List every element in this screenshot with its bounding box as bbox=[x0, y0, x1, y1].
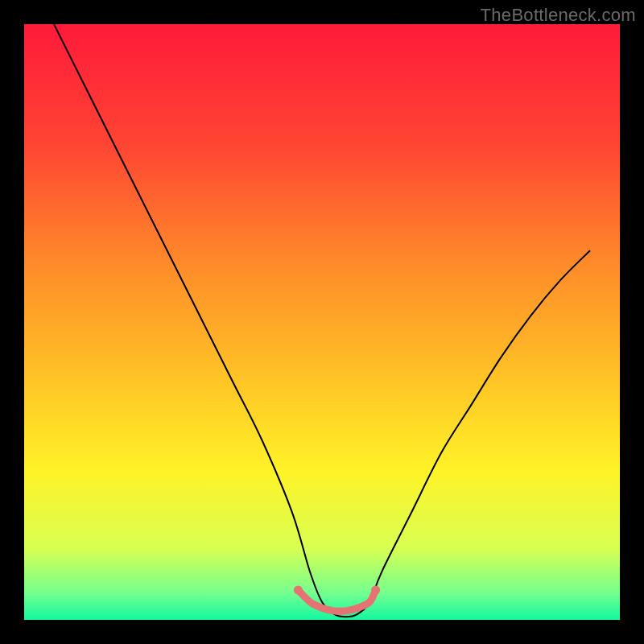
optimal-range-left-dot bbox=[294, 586, 303, 595]
optimal-range-right-dot bbox=[371, 586, 380, 595]
bottleneck-chart bbox=[0, 0, 644, 644]
chart-frame: TheBottleneck.com bbox=[0, 0, 644, 644]
chart-gradient-area bbox=[24, 24, 620, 620]
